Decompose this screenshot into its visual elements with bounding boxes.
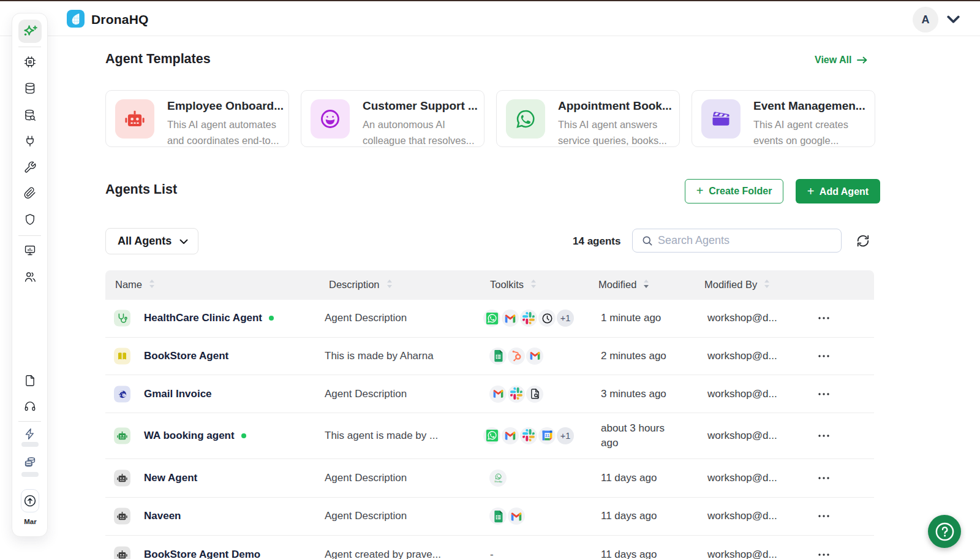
svg-text:WhatsApp: WhatsApp [494, 481, 502, 483]
svg-text:31: 31 [545, 433, 549, 438]
